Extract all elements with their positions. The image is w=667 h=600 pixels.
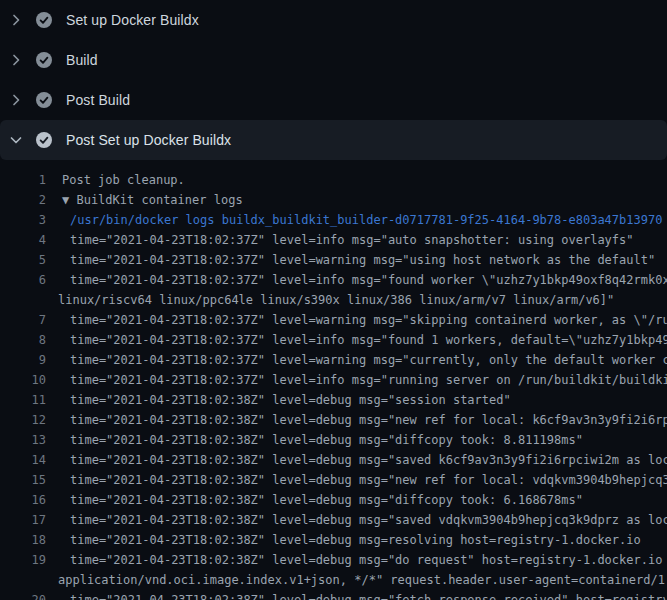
log-line: 13time="2021-04-23T18:02:38Z" level=debu… — [0, 430, 667, 450]
line-number[interactable]: 5 — [0, 250, 46, 270]
step-label: Build — [66, 52, 98, 68]
log-line: 16time="2021-04-23T18:02:38Z" level=debu… — [0, 490, 667, 510]
line-number[interactable]: 4 — [0, 230, 46, 250]
log-output: 1Post job cleanup. 2▼ BuildKit container… — [0, 160, 667, 600]
log-text: time="2021-04-23T18:02:37Z" level=info m… — [70, 273, 667, 287]
log-text: time="2021-04-23T18:02:38Z" level=debug … — [70, 553, 667, 567]
log-text: time="2021-04-23T18:02:38Z" level=debug … — [70, 473, 667, 487]
step-row-post-build[interactable]: Post Build — [0, 80, 667, 120]
log-line: 20time="2021-04-23T18:02:38Z" level=debu… — [0, 590, 667, 600]
log-text: time="2021-04-23T18:02:38Z" level=debug … — [70, 393, 511, 407]
check-circle-icon — [36, 52, 52, 68]
line-number[interactable]: 11 — [0, 390, 46, 410]
line-number[interactable]: 2 — [0, 190, 46, 210]
line-number[interactable]: 20 — [0, 590, 46, 600]
line-number[interactable]: 17 — [0, 510, 46, 530]
line-number[interactable]: 16 — [0, 490, 46, 510]
log-line: 7time="2021-04-23T18:02:37Z" level=warni… — [0, 310, 667, 330]
log-line: 9time="2021-04-23T18:02:37Z" level=warni… — [0, 350, 667, 370]
log-line: 6time="2021-04-23T18:02:37Z" level=info … — [0, 270, 667, 290]
log-text: time="2021-04-23T18:02:37Z" level=info m… — [70, 333, 667, 347]
log-group-toggle[interactable]: ▼ BuildKit container logs — [62, 193, 243, 207]
log-line: 17time="2021-04-23T18:02:38Z" level=debu… — [0, 510, 667, 530]
log-text: application/vnd.oci.image.index.v1+json,… — [58, 573, 667, 587]
log-line: 10time="2021-04-23T18:02:37Z" level=info… — [0, 370, 667, 390]
line-number[interactable]: 13 — [0, 430, 46, 450]
line-number[interactable]: 10 — [0, 370, 46, 390]
log-line: 14time="2021-04-23T18:02:38Z" level=debu… — [0, 450, 667, 470]
log-line: 8time="2021-04-23T18:02:37Z" level=info … — [0, 330, 667, 350]
line-number[interactable]: 19 — [0, 550, 46, 570]
log-line: 19time="2021-04-23T18:02:38Z" level=debu… — [0, 550, 667, 570]
step-row-post-set-up-docker-buildx[interactable]: Post Set up Docker Buildx — [0, 120, 667, 160]
step-row-set-up-docker-buildx[interactable]: Set up Docker Buildx — [0, 0, 667, 40]
log-line: 5time="2021-04-23T18:02:37Z" level=warni… — [0, 250, 667, 270]
log-text: Post job cleanup. — [62, 173, 185, 187]
step-label: Post Set up Docker Buildx — [66, 132, 231, 148]
line-number[interactable]: 15 — [0, 470, 46, 490]
log-text: time="2021-04-23T18:02:38Z" level=debug … — [70, 433, 583, 447]
step-label: Set up Docker Buildx — [66, 12, 199, 28]
log-line-continuation: linux/riscv64 linux/ppc64le linux/s390x … — [0, 290, 667, 310]
log-text: time="2021-04-23T18:02:37Z" level=info m… — [70, 373, 667, 387]
log-text: time="2021-04-23T18:02:38Z" level=debug … — [70, 533, 641, 547]
log-command-text: /usr/bin/docker logs buildx_buildkit_bui… — [70, 213, 662, 227]
log-text: time="2021-04-23T18:02:38Z" level=debug … — [70, 453, 667, 467]
log-line-continuation: application/vnd.oci.image.index.v1+json,… — [0, 570, 667, 590]
log-text: time="2021-04-23T18:02:37Z" level=warnin… — [70, 253, 655, 267]
check-circle-icon — [36, 92, 52, 108]
line-number[interactable]: 12 — [0, 410, 46, 430]
step-label: Post Build — [66, 92, 130, 108]
chevron-right-icon — [8, 92, 24, 108]
log-text: time="2021-04-23T18:02:38Z" level=debug … — [70, 413, 667, 427]
log-line: 1Post job cleanup. — [0, 170, 667, 190]
log-text: time="2021-04-23T18:02:37Z" level=info m… — [70, 233, 634, 247]
log-line: 18time="2021-04-23T18:02:38Z" level=debu… — [0, 530, 667, 550]
chevron-right-icon — [8, 12, 24, 28]
line-number[interactable]: 14 — [0, 450, 46, 470]
log-text: time="2021-04-23T18:02:37Z" level=warnin… — [70, 313, 667, 327]
chevron-down-icon — [8, 132, 24, 148]
log-text: time="2021-04-23T18:02:38Z" level=debug … — [70, 513, 667, 527]
log-line: 15time="2021-04-23T18:02:38Z" level=debu… — [0, 470, 667, 490]
log-text: time="2021-04-23T18:02:37Z" level=warnin… — [70, 353, 667, 367]
line-number[interactable]: 8 — [0, 330, 46, 350]
log-line: 4time="2021-04-23T18:02:37Z" level=info … — [0, 230, 667, 250]
step-row-build[interactable]: Build — [0, 40, 667, 80]
chevron-right-icon — [8, 52, 24, 68]
line-number[interactable]: 18 — [0, 530, 46, 550]
log-line: 3/usr/bin/docker logs buildx_buildkit_bu… — [0, 210, 667, 230]
check-circle-icon — [36, 12, 52, 28]
actions-log-viewer: Set up Docker Buildx Build Post Build Po… — [0, 0, 667, 600]
log-text: linux/riscv64 linux/ppc64le linux/s390x … — [58, 293, 614, 307]
check-circle-icon — [36, 132, 52, 148]
line-number[interactable]: 9 — [0, 350, 46, 370]
line-number[interactable]: 3 — [0, 210, 46, 230]
log-text: time="2021-04-23T18:02:38Z" level=debug … — [70, 493, 583, 507]
log-line: 2▼ BuildKit container logs — [0, 190, 667, 210]
line-number[interactable]: 1 — [0, 170, 46, 190]
log-line: 11time="2021-04-23T18:02:38Z" level=debu… — [0, 390, 667, 410]
line-number[interactable]: 7 — [0, 310, 46, 330]
log-text: time="2021-04-23T18:02:38Z" level=debug … — [70, 593, 667, 600]
log-line: 12time="2021-04-23T18:02:38Z" level=debu… — [0, 410, 667, 430]
line-number[interactable]: 6 — [0, 270, 46, 290]
